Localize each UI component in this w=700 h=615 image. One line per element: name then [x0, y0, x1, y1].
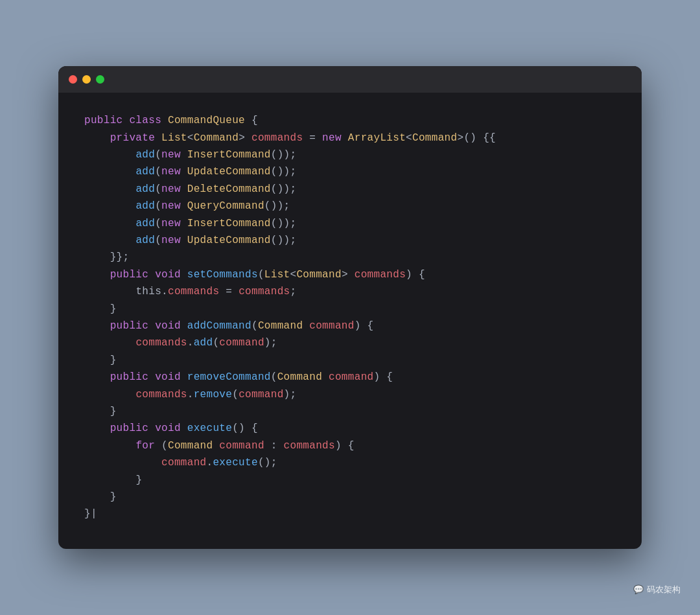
code-line-13: public void addCommand(Command command) … [84, 318, 616, 334]
code-line-6: add(new QueryCommand()); [84, 198, 616, 215]
code-line-14: commands.add(command); [84, 334, 616, 351]
code-line-8: add(new UpdateCommand()); [84, 232, 616, 249]
code-line-21: command.execute(); [84, 454, 616, 471]
code-line-19: public void execute() { [84, 420, 616, 437]
watermark-icon: 💬 [633, 585, 644, 595]
close-button[interactable] [69, 75, 77, 84]
code-window: public class CommandQueue { private List… [58, 66, 642, 548]
minimize-button[interactable] [82, 75, 91, 84]
code-line-2: private List<Command> commands = new Arr… [84, 130, 616, 146]
code-line-4: add(new UpdateCommand()); [84, 163, 616, 180]
code-line-1: public class CommandQueue { [84, 112, 616, 129]
code-line-5: add(new DeleteCommand()); [84, 181, 616, 198]
code-line-20: for (Command command : commands) { [84, 437, 616, 454]
watermark: 💬 码农架构 [633, 584, 681, 596]
code-line-24: }| [84, 505, 616, 522]
code-line-18: } [84, 403, 616, 420]
titlebar [58, 66, 642, 93]
code-line-17: commands.remove(command); [84, 386, 616, 403]
code-line-10: public void setCommands(List<Command> co… [84, 266, 616, 283]
code-line-3: add(new InsertCommand()); [84, 146, 616, 163]
code-line-7: add(new InsertCommand()); [84, 215, 616, 232]
watermark-text: 码农架构 [647, 584, 681, 596]
code-display: public class CommandQueue { private List… [58, 93, 642, 548]
code-line-11: this.commands = commands; [84, 283, 616, 300]
code-line-12: } [84, 301, 616, 318]
code-line-15: } [84, 352, 616, 369]
code-line-22: } [84, 472, 616, 489]
code-line-23: } [84, 489, 616, 505]
maximize-button[interactable] [96, 75, 104, 84]
code-line-9: }}; [84, 249, 616, 266]
code-line-16: public void removeCommand(Command comman… [84, 369, 616, 386]
